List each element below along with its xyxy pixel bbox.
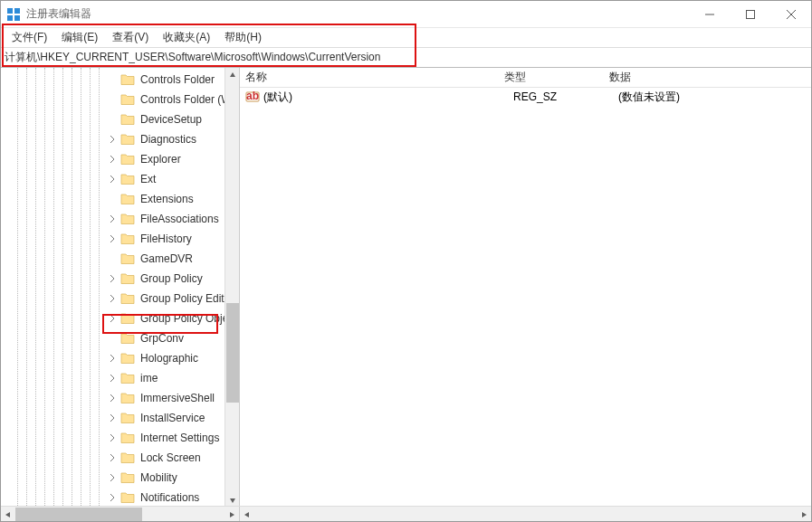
minimize-button[interactable] bbox=[689, 1, 730, 28]
chevron-right-icon[interactable] bbox=[108, 374, 117, 383]
app-icon bbox=[6, 7, 21, 22]
scroll-right-icon[interactable] bbox=[797, 507, 811, 522]
tree-item[interactable]: ime bbox=[1, 368, 239, 388]
list-horizontal-scrollbar[interactable] bbox=[240, 507, 811, 522]
tree-item-label: DeviceSetup bbox=[140, 113, 202, 126]
column-data-header[interactable]: 数据 bbox=[604, 70, 811, 85]
tree-item-label: FileAssociations bbox=[140, 213, 219, 225]
tree-item[interactable]: Explorer bbox=[1, 149, 239, 169]
tree-item[interactable]: FileHistory bbox=[1, 229, 239, 249]
string-value-icon: ab bbox=[245, 90, 260, 104]
list-pane[interactable]: 名称 类型 数据 ab (默认) REG_SZ (数值未设置) bbox=[240, 68, 811, 508]
folder-icon bbox=[120, 73, 135, 86]
scrollbar-thumb[interactable] bbox=[226, 303, 239, 403]
folder-icon bbox=[120, 412, 135, 424]
tree-item[interactable]: Lock Screen bbox=[1, 448, 239, 468]
folder-icon bbox=[120, 133, 135, 146]
tree-item[interactable]: Group Policy Objects bbox=[1, 308, 239, 328]
main-area: Controls FolderControls Folder (WoDevice… bbox=[1, 68, 811, 508]
tree-item[interactable]: InstallService bbox=[1, 408, 239, 428]
folder-icon bbox=[120, 312, 135, 325]
chevron-right-icon[interactable] bbox=[108, 274, 117, 283]
tree-item[interactable]: Holographic bbox=[1, 348, 239, 368]
tree-item[interactable]: ImmersiveShell bbox=[1, 388, 239, 408]
menu-favorites[interactable]: 收藏夹(A) bbox=[156, 28, 217, 47]
tree-item-label: GameDVR bbox=[140, 252, 193, 265]
chevron-right-icon[interactable] bbox=[108, 473, 117, 482]
chevron-right-icon[interactable] bbox=[108, 155, 117, 164]
value-name: (默认) bbox=[263, 90, 513, 105]
tree-pane[interactable]: Controls FolderControls Folder (WoDevice… bbox=[1, 68, 240, 508]
tree-item[interactable]: Group Policy bbox=[1, 269, 239, 289]
chevron-right-icon[interactable] bbox=[108, 394, 117, 403]
maximize-button[interactable] bbox=[730, 1, 770, 28]
tree-item[interactable]: GrpConv bbox=[1, 328, 239, 348]
tree-item-label: Controls Folder (Wo bbox=[140, 93, 237, 106]
tree-item[interactable]: Controls Folder bbox=[1, 70, 239, 90]
chevron-right-icon[interactable] bbox=[108, 413, 117, 422]
close-button[interactable] bbox=[770, 1, 811, 28]
tree-item[interactable]: FileAssociations bbox=[1, 209, 239, 229]
folder-icon bbox=[120, 432, 135, 444]
svg-marker-8 bbox=[230, 72, 235, 77]
tree-item[interactable]: DeviceSetup bbox=[1, 109, 239, 129]
tree-item[interactable]: Diagnostics bbox=[1, 129, 239, 149]
tree-vertical-scrollbar[interactable] bbox=[224, 68, 239, 508]
column-type-header[interactable]: 类型 bbox=[499, 70, 604, 85]
svg-rect-0 bbox=[7, 8, 13, 14]
folder-icon bbox=[120, 471, 135, 484]
list-header[interactable]: 名称 类型 数据 bbox=[240, 68, 811, 88]
window-title: 注册表编辑器 bbox=[26, 6, 689, 22]
tree-item[interactable]: GameDVR bbox=[1, 249, 239, 269]
menu-help[interactable]: 帮助(H) bbox=[217, 28, 269, 47]
tree-item[interactable]: Controls Folder (Wo bbox=[1, 90, 239, 109]
column-name-header[interactable]: 名称 bbox=[240, 70, 499, 85]
chevron-right-icon[interactable] bbox=[108, 433, 117, 442]
window-controls bbox=[689, 1, 811, 28]
menu-edit[interactable]: 编辑(E) bbox=[54, 28, 105, 47]
scroll-right-icon[interactable] bbox=[224, 507, 239, 522]
tree-item-label: Mobility bbox=[140, 471, 177, 484]
chevron-right-icon[interactable] bbox=[108, 294, 117, 303]
chevron-right-icon[interactable] bbox=[108, 453, 117, 462]
folder-icon bbox=[120, 352, 135, 365]
addressbar-container: 计算机\HKEY_CURRENT_USER\Software\Microsoft… bbox=[1, 48, 811, 68]
chevron-right-icon[interactable] bbox=[108, 234, 117, 243]
tree-item[interactable]: Group Policy Editor bbox=[1, 289, 239, 308]
tree-item-label: Controls Folder bbox=[140, 73, 215, 86]
tree-item[interactable]: Notifications bbox=[1, 488, 239, 508]
addressbar[interactable]: 计算机\HKEY_CURRENT_USER\Software\Microsoft… bbox=[1, 48, 811, 67]
tree-item-label: Internet Settings bbox=[140, 432, 219, 444]
horizontal-scrollbars bbox=[1, 506, 811, 521]
tree-item[interactable]: Internet Settings bbox=[1, 428, 239, 448]
titlebar[interactable]: 注册表编辑器 bbox=[1, 1, 811, 28]
menu-view[interactable]: 查看(V) bbox=[105, 28, 156, 47]
value-type: REG_SZ bbox=[513, 90, 618, 103]
chevron-right-icon[interactable] bbox=[108, 354, 117, 363]
folder-icon bbox=[120, 491, 135, 504]
menubar: 文件(F) 编辑(E) 查看(V) 收藏夹(A) 帮助(H) bbox=[1, 28, 811, 48]
scrollbar-thumb[interactable] bbox=[15, 508, 142, 521]
scroll-left-icon[interactable] bbox=[240, 507, 254, 522]
chevron-right-icon[interactable] bbox=[108, 314, 117, 323]
scroll-up-icon[interactable] bbox=[225, 68, 240, 82]
chevron-right-icon[interactable] bbox=[108, 175, 117, 184]
svg-rect-3 bbox=[14, 15, 20, 21]
chevron-right-icon[interactable] bbox=[108, 135, 117, 144]
tree-horizontal-scrollbar[interactable] bbox=[1, 507, 240, 522]
chevron-right-icon[interactable] bbox=[108, 214, 117, 223]
folder-icon bbox=[120, 173, 135, 185]
menu-file[interactable]: 文件(F) bbox=[5, 28, 54, 47]
tree-item[interactable]: Ext bbox=[1, 169, 239, 189]
chevron-right-icon[interactable] bbox=[108, 493, 117, 502]
folder-icon bbox=[120, 233, 135, 245]
tree-item-label: ime bbox=[140, 372, 158, 384]
scroll-left-icon[interactable] bbox=[1, 507, 15, 522]
svg-rect-2 bbox=[7, 15, 13, 21]
value-data: (数值未设置) bbox=[618, 90, 811, 105]
tree-item[interactable]: Extensions bbox=[1, 189, 239, 209]
list-row[interactable]: ab (默认) REG_SZ (数值未设置) bbox=[240, 88, 811, 106]
tree-item[interactable]: Mobility bbox=[1, 468, 239, 488]
tree-item-label: Diagnostics bbox=[140, 133, 196, 146]
folder-icon bbox=[120, 93, 135, 106]
